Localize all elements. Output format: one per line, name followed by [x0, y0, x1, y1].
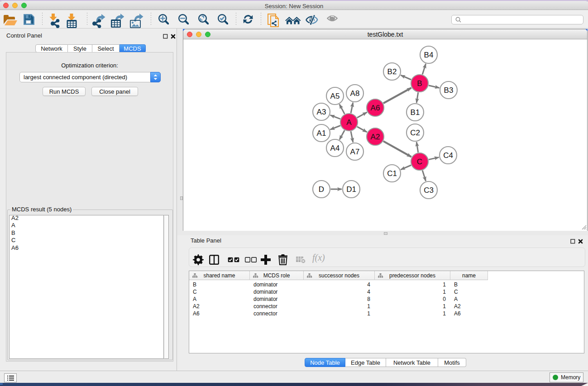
svg-text:C2: C2 [410, 129, 420, 137]
svg-text:A3: A3 [317, 108, 326, 116]
svg-text:A2: A2 [371, 133, 380, 141]
svg-text:C: C [417, 157, 422, 166]
svg-text:D: D [319, 185, 324, 194]
svg-text:B4: B4 [424, 51, 434, 59]
svg-text:D1: D1 [346, 185, 356, 194]
svg-text:B1: B1 [411, 108, 420, 117]
svg-text:f(x): f(x) [312, 253, 325, 263]
svg-text:C1: C1 [387, 169, 397, 178]
svg-text:B2: B2 [387, 67, 397, 76]
svg-text:C3: C3 [424, 186, 434, 195]
svg-text:A6: A6 [371, 104, 380, 112]
svg-text:A5: A5 [330, 92, 340, 100]
svg-text:C4: C4 [443, 151, 453, 160]
svg-text:A8: A8 [350, 89, 360, 98]
svg-text:A7: A7 [350, 148, 360, 156]
svg-text:B3: B3 [444, 86, 454, 95]
svg-text:A: A [346, 118, 352, 127]
svg-text:A1: A1 [317, 129, 326, 138]
svg-text:A4: A4 [330, 144, 340, 152]
svg-text:B: B [417, 79, 422, 88]
